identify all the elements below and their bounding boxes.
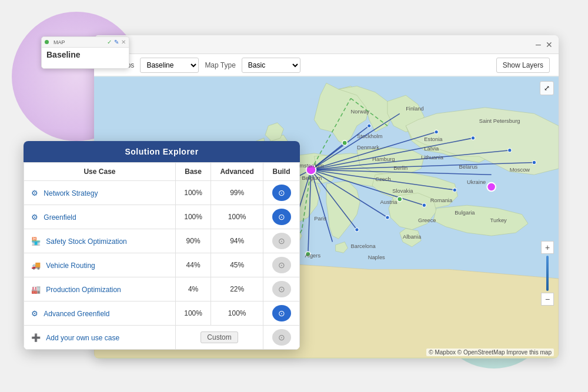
map-type-select[interactable]: Basic: [242, 58, 300, 73]
show-layers-button[interactable]: Show Layers: [496, 58, 550, 73]
advanced-cell: 22%: [211, 277, 263, 301]
use-case-name[interactable]: Network Strategy: [44, 189, 98, 197]
build-button[interactable]: ⊙: [272, 305, 291, 321]
advanced-value: 100%: [228, 309, 246, 317]
svg-text:Latvia: Latvia: [424, 146, 439, 152]
use-case-icon: 🚚: [31, 261, 41, 270]
build-cell: ⊙: [263, 205, 300, 229]
baseline-header: MAP ✓ ✎ ✕: [42, 37, 129, 48]
advanced-value: 99%: [230, 189, 244, 197]
svg-text:Belgium: Belgium: [302, 175, 322, 181]
use-case-name[interactable]: Production Optimization: [46, 286, 121, 294]
zoom-out-button[interactable]: −: [541, 293, 554, 306]
solution-explorer-table: Use Case Base Advanced Build ⚙ Network S…: [24, 162, 300, 350]
minimize-icon[interactable]: –: [536, 40, 541, 49]
use-case-cell: 🏭 Production Optimization: [24, 277, 176, 301]
base-value: 100%: [184, 213, 202, 221]
base-cell: 100%: [175, 205, 211, 229]
baseline-title: Baseline: [42, 48, 129, 62]
svg-text:Amsterdam: Amsterdam: [296, 163, 324, 169]
svg-text:Hamburg: Hamburg: [372, 156, 395, 162]
map-titlebar: – ✕: [94, 35, 559, 54]
map-type-label: Map Type: [205, 61, 235, 69]
table-row: 🏭 Production Optimization 4% 22% ⊙: [24, 277, 300, 301]
svg-point-33: [422, 203, 426, 207]
add-icon: ➕: [31, 333, 41, 342]
svg-text:Stockholm: Stockholm: [357, 133, 383, 139]
use-case-cell: ⚙ Advanced Greenfield: [24, 301, 176, 326]
close-small-icon[interactable]: ✕: [121, 39, 126, 45]
col-header-use-case: Use Case: [24, 163, 176, 181]
svg-text:Saint Petersburg: Saint Petersburg: [479, 118, 520, 124]
use-case-cell: 🚚 Vehicle Routing: [24, 253, 176, 277]
base-cell: 100%: [175, 301, 211, 326]
base-cell: 44%: [175, 253, 211, 277]
use-case-name[interactable]: Vehicle Routing: [46, 262, 95, 270]
svg-text:Austria: Austria: [380, 199, 397, 205]
advanced-value: 100%: [228, 213, 246, 221]
advanced-value: 94%: [230, 237, 244, 245]
advanced-value: 45%: [230, 261, 244, 269]
build-cell: ⊙: [263, 301, 300, 326]
use-case-cell: 🏪 Safety Stock Optimization: [24, 229, 176, 253]
map-attribution: © Mapbox © OpenStreetMap Improve this ma…: [426, 349, 554, 356]
build-button[interactable]: ⊙: [272, 209, 291, 225]
use-case-icon: ⚙: [31, 213, 38, 222]
svg-text:Moscow: Moscow: [510, 167, 530, 173]
solution-explorer: Solution Explorer Use Case Base Advanced…: [24, 141, 300, 350]
advanced-value: 22%: [230, 285, 244, 293]
base-cell: 4%: [175, 277, 211, 301]
use-case-icon: 🏪: [31, 237, 41, 246]
build-button[interactable]: ⊙: [272, 233, 291, 249]
use-case-name[interactable]: Safety Stock Optimization: [46, 237, 126, 246]
map-label: MAP: [54, 39, 65, 45]
build-button[interactable]: ⊙: [272, 281, 291, 297]
edit-icon[interactable]: ✎: [114, 39, 119, 45]
svg-text:Slovakia: Slovakia: [392, 188, 413, 194]
build-button[interactable]: ⊙: [272, 257, 291, 273]
svg-text:Algers: Algers: [305, 253, 321, 259]
use-case-name[interactable]: Advanced Greenfield: [44, 310, 109, 318]
svg-point-30: [508, 149, 512, 152]
build-button[interactable]: ⊙: [272, 185, 291, 201]
zoom-in-button[interactable]: +: [541, 241, 554, 254]
svg-point-28: [435, 130, 438, 133]
svg-point-31: [532, 160, 536, 164]
svg-text:Romania: Romania: [430, 197, 453, 203]
advanced-cell: 100%: [211, 205, 263, 229]
col-header-build: Build: [263, 163, 300, 181]
scenarios-select[interactable]: Baseline: [140, 58, 199, 73]
use-case-name[interactable]: Greenfield: [44, 213, 76, 222]
zoom-slider[interactable]: [546, 256, 549, 291]
map-toolbar: Scenarios Baseline Map Type Basic Show L…: [94, 54, 559, 76]
build-cell: ⊙: [263, 326, 300, 350]
confirm-icon[interactable]: ✓: [107, 39, 112, 45]
svg-point-24: [397, 197, 402, 202]
svg-text:Paris: Paris: [314, 216, 327, 222]
svg-text:Berlin: Berlin: [393, 165, 407, 171]
build-cell: ⊙: [263, 229, 300, 253]
use-case-name[interactable]: Add your own use case: [46, 334, 119, 342]
custom-badge-cell: Custom: [175, 326, 263, 350]
svg-text:Belarus: Belarus: [459, 164, 478, 170]
table-row: ⚙ Network Strategy 100% 99% ⊙: [24, 181, 300, 205]
base-cell: 90%: [175, 229, 211, 253]
svg-point-35: [355, 228, 359, 232]
close-icon[interactable]: ✕: [546, 41, 553, 49]
base-value: 44%: [186, 261, 201, 269]
svg-point-32: [453, 188, 456, 192]
advanced-cell: 45%: [211, 253, 263, 277]
table-row: 🚚 Vehicle Routing 44% 45% ⊙: [24, 253, 300, 277]
base-cell: 100%: [175, 181, 211, 205]
svg-text:Finland: Finland: [406, 106, 424, 112]
table-row: ⚙ Greenfield 100% 100% ⊙: [24, 205, 300, 229]
map-zoom-controls: + −: [541, 241, 554, 306]
use-case-icon: 🏭: [31, 285, 41, 294]
expand-icon[interactable]: ⤢: [540, 81, 554, 95]
base-value: 4%: [188, 285, 198, 293]
build-button[interactable]: ⊙: [272, 329, 291, 346]
svg-text:Lithuania: Lithuania: [421, 155, 444, 160]
svg-text:Czech: Czech: [375, 176, 391, 182]
svg-text:Bulgaria: Bulgaria: [455, 210, 475, 216]
svg-text:Norway: Norway: [351, 109, 370, 115]
